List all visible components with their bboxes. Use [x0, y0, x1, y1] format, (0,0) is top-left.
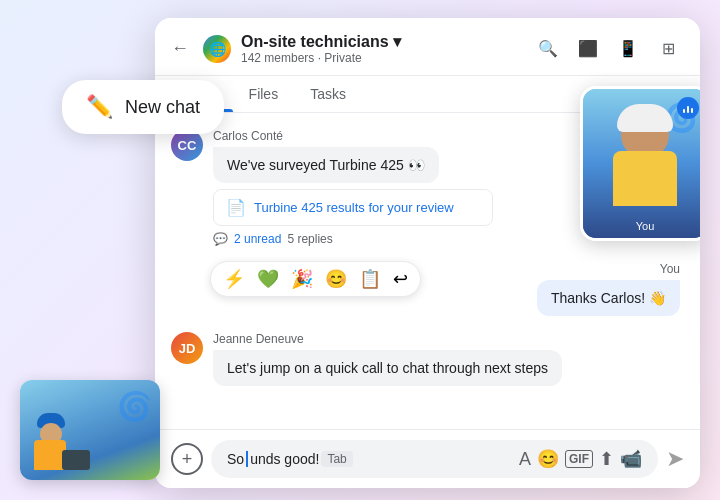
doc-attachment[interactable]: 📄 Turbine 425 results for your review	[213, 189, 493, 226]
new-chat-icon: ✏️	[86, 94, 113, 120]
emoji-icon[interactable]: 😊	[537, 448, 559, 470]
reaction-bar: ⚡ 💚 🎉 😊 📋 ↩	[210, 261, 421, 297]
laptop	[62, 450, 90, 470]
message-group-jeanne: JD Jeanne Deneuve Let's jump on a quick …	[171, 332, 684, 386]
reaction-clipboard[interactable]: 📋	[359, 268, 381, 290]
tab-pill: Tab	[321, 451, 352, 467]
video-record-icon[interactable]: 📹	[620, 448, 642, 470]
message-content-jeanne: Jeanne Deneuve Let's jump on a quick cal…	[213, 332, 684, 386]
bottom-image-card: 🌀	[20, 380, 160, 480]
header-actions: 🔍 ⬛ 📱 ⊞	[532, 33, 684, 65]
present-button[interactable]: ⬛	[572, 33, 604, 65]
header-info: On-site technicians ▾ 142 members · Priv…	[241, 32, 522, 65]
video-label: You	[583, 220, 700, 232]
self-label: You	[660, 262, 680, 276]
turbine-decoration: 🌀	[117, 390, 152, 423]
channel-subtitle: 142 members · Private	[241, 51, 522, 65]
chat-header: ← 🌐 On-site technicians ▾ 142 members · …	[155, 18, 700, 76]
reply-icon: 💬	[213, 232, 228, 246]
message-bubble-carlos: We've surveyed Turbine 425 👀	[213, 147, 439, 183]
video-call-thumbnail[interactable]: 🌀 You	[580, 86, 700, 241]
bar2	[687, 106, 689, 113]
tab-files[interactable]: Files	[233, 76, 295, 112]
input-area: + Sounds good! Tab A 😊 GIF ⬆ 📹 ➤	[155, 429, 700, 488]
input-cursor	[246, 451, 248, 467]
video-person: 🌀	[583, 89, 700, 238]
avatar-jeanne: JD	[171, 332, 203, 364]
doc-icon: 📄	[226, 198, 246, 217]
sender-name-jeanne: Jeanne Deneuve	[213, 332, 684, 346]
search-button[interactable]: 🔍	[532, 33, 564, 65]
input-format-icons: A 😊 GIF ⬆ 📹	[519, 448, 642, 470]
upload-icon[interactable]: ⬆	[599, 448, 614, 470]
self-bubble: Thanks Carlos! 👋	[537, 280, 680, 316]
tab-tasks[interactable]: Tasks	[294, 76, 362, 112]
reaction-heart[interactable]: 💚	[257, 268, 279, 290]
message-bubble-jeanne: Let's jump on a quick call to chat throu…	[213, 350, 562, 386]
reaction-party[interactable]: 🎉	[291, 268, 313, 290]
new-chat-button[interactable]: ✏️ New chat	[62, 80, 224, 134]
new-chat-label: New chat	[125, 97, 200, 118]
chat-window: ← 🌐 On-site technicians ▾ 142 members · …	[155, 18, 700, 488]
group-icon: 🌐	[203, 35, 231, 63]
text-format-icon[interactable]: A	[519, 449, 531, 470]
doc-label: Turbine 425 results for your review	[254, 200, 454, 215]
audio-indicator	[677, 97, 699, 119]
unread-count: 2 unread	[234, 232, 281, 246]
reaction-lightning[interactable]: ⚡	[223, 268, 245, 290]
grid-button[interactable]: ⊞	[652, 33, 684, 65]
bar3	[691, 108, 693, 113]
channel-title: On-site technicians ▾	[241, 32, 522, 51]
reaction-smile[interactable]: 😊	[325, 268, 347, 290]
input-text-content: Sounds good! Tab	[227, 451, 511, 467]
channel-name: On-site technicians	[241, 33, 389, 51]
gif-icon[interactable]: GIF	[565, 450, 593, 468]
add-button[interactable]: +	[171, 443, 203, 475]
bar1	[683, 109, 685, 113]
back-button[interactable]: ←	[171, 38, 189, 59]
message-input[interactable]: Sounds good! Tab A 😊 GIF ⬆ 📹	[211, 440, 658, 478]
field-worker-image: 🌀	[20, 380, 160, 480]
input-text-after: unds good!	[250, 451, 319, 467]
send-button[interactable]: ➤	[666, 446, 684, 472]
input-row: + Sounds good! Tab A 😊 GIF ⬆ 📹 ➤	[171, 440, 684, 478]
self-bubble-wrap: You Thanks Carlos! 👋	[537, 262, 680, 316]
chevron-down-icon[interactable]: ▾	[393, 32, 401, 51]
technician-helmet	[617, 104, 673, 132]
reaction-reply[interactable]: ↩	[393, 268, 408, 290]
video-call-button[interactable]: 📱	[612, 33, 644, 65]
reply-count: 5 replies	[287, 232, 332, 246]
input-text-before: So	[227, 451, 244, 467]
technician-body	[613, 151, 677, 206]
